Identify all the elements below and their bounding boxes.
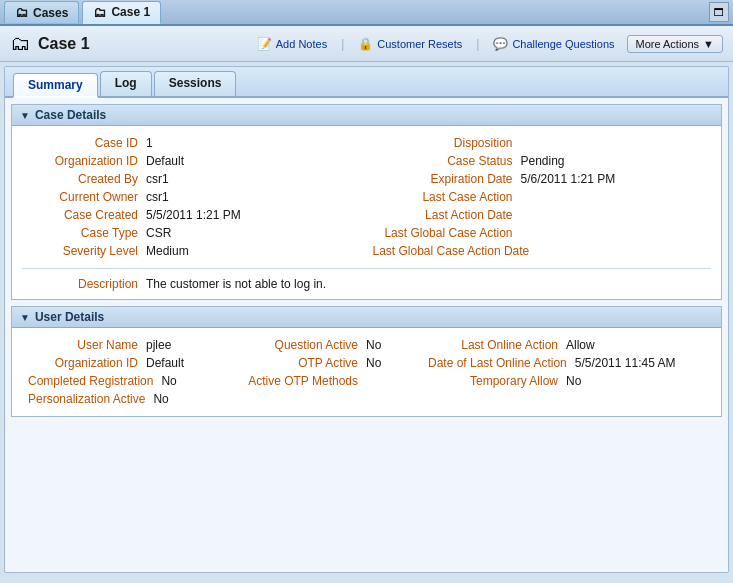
last-global-case-action-date-row: Last Global Case Action Date — [367, 242, 712, 260]
user-details-body: User Name pjlee Organization ID Default … — [12, 328, 721, 416]
more-actions-label: More Actions — [636, 38, 700, 50]
last-action-date-label: Last Action Date — [373, 208, 513, 222]
case-details-title: Case Details — [35, 108, 106, 122]
case1-tab-icon: 🗂 — [93, 5, 106, 20]
top-tab-cases[interactable]: 🗂 Cases — [4, 1, 79, 23]
customer-resets-icon: 🔒 — [358, 37, 373, 51]
completed-reg-value: No — [161, 374, 176, 388]
case-created-label: Case Created — [28, 208, 138, 222]
corner-icon: 🗖 — [714, 7, 724, 18]
add-notes-icon: 📝 — [257, 37, 272, 51]
user-details-grid: User Name pjlee Organization ID Default … — [22, 334, 711, 410]
severity-label: Severity Level — [28, 244, 138, 258]
current-owner-value: csr1 — [146, 190, 169, 204]
tab-log[interactable]: Log — [100, 71, 152, 96]
active-otp-methods-label: Active OTP Methods — [248, 374, 358, 388]
user-details-toggle[interactable]: ▼ — [20, 312, 30, 323]
user-org-id-value: Default — [146, 356, 184, 370]
user-col-1: User Name pjlee Organization ID Default … — [22, 334, 242, 410]
username-label: User Name — [28, 338, 138, 352]
personalization-label: Personalization Active — [28, 392, 145, 406]
last-global-case-action-label: Last Global Case Action — [373, 226, 513, 240]
case-status-row: Case Status Pending — [367, 152, 712, 170]
case-details-left: Case ID 1 Organization ID Default Create… — [22, 132, 367, 262]
last-case-action-label: Last Case Action — [373, 190, 513, 204]
last-case-action-row: Last Case Action — [367, 188, 712, 206]
completed-reg-label: Completed Registration — [28, 374, 153, 388]
username-row: User Name pjlee — [22, 336, 242, 354]
user-col-2: Question Active No OTP Active No Active … — [242, 334, 422, 410]
description-label: Description — [28, 277, 138, 291]
user-details-header: ▼ User Details — [12, 307, 721, 328]
customer-resets-button[interactable]: 🔒 Customer Resets — [350, 34, 470, 54]
separator-2: | — [476, 37, 479, 51]
tab-sessions[interactable]: Sessions — [154, 71, 237, 96]
top-tab-case1[interactable]: 🗂 Case 1 — [82, 1, 161, 24]
customer-resets-label: Customer Resets — [377, 38, 462, 50]
expiration-date-value: 5/6/2011 1:21 PM — [521, 172, 616, 186]
date-last-online-value: 5/5/2011 11:45 AM — [575, 356, 676, 370]
page-title: Case 1 — [38, 35, 249, 53]
case-details-grid: Case ID 1 Organization ID Default Create… — [22, 132, 711, 262]
username-value: pjlee — [146, 338, 171, 352]
disposition-label: Disposition — [373, 136, 513, 150]
challenge-questions-icon: 💬 — [493, 37, 508, 51]
case-header-icon: 🗂 — [10, 32, 30, 55]
last-action-date-row: Last Action Date — [367, 206, 712, 224]
case-type-value: CSR — [146, 226, 171, 240]
created-by-label: Created By — [28, 172, 138, 186]
case-status-label: Case Status — [373, 154, 513, 168]
add-notes-button[interactable]: 📝 Add Notes — [249, 34, 335, 54]
created-by-value: csr1 — [146, 172, 169, 186]
case-created-value: 5/5/2011 1:21 PM — [146, 208, 241, 222]
active-otp-methods-row: Active OTP Methods — [242, 372, 422, 390]
challenge-questions-label: Challenge Questions — [512, 38, 614, 50]
completed-reg-row: Completed Registration No — [22, 372, 242, 390]
case-id-label: Case ID — [28, 136, 138, 150]
more-actions-button[interactable]: More Actions ▼ — [627, 35, 723, 53]
case-details-body: Case ID 1 Organization ID Default Create… — [12, 126, 721, 299]
personalization-value: No — [153, 392, 168, 406]
last-global-case-action-date-label: Last Global Case Action Date — [373, 244, 530, 258]
user-org-id-row: Organization ID Default — [22, 354, 242, 372]
org-id-row: Organization ID Default — [22, 152, 367, 170]
case-details-divider — [22, 268, 711, 269]
window-corner-btn[interactable]: 🗖 — [709, 2, 729, 22]
case-details-header: ▼ Case Details — [12, 105, 721, 126]
case-id-row: Case ID 1 — [22, 134, 367, 152]
case-details-section: ▼ Case Details Case ID 1 Organization ID… — [11, 104, 722, 300]
cases-tab-icon: 🗂 — [15, 5, 28, 20]
severity-row: Severity Level Medium — [22, 242, 367, 260]
challenge-questions-button[interactable]: 💬 Challenge Questions — [485, 34, 622, 54]
date-last-online-label: Date of Last Online Action — [428, 356, 567, 370]
last-online-action-label: Last Online Action — [428, 338, 558, 352]
description-value: The customer is not able to log in. — [146, 277, 326, 291]
temporary-allow-row: Temporary Allow No — [422, 372, 711, 390]
separator-1: | — [341, 37, 344, 51]
last-global-case-action-row: Last Global Case Action — [367, 224, 712, 242]
user-col-3: Last Online Action Allow Date of Last On… — [422, 334, 711, 410]
last-online-action-value: Allow — [566, 338, 595, 352]
org-id-label: Organization ID — [28, 154, 138, 168]
case-type-row: Case Type CSR — [22, 224, 367, 242]
description-row: Description The customer is not able to … — [22, 275, 711, 293]
more-actions-chevron: ▼ — [703, 38, 714, 50]
severity-value: Medium — [146, 244, 189, 258]
date-last-online-row: Date of Last Online Action 5/5/2011 11:4… — [422, 354, 711, 372]
user-org-id-label: Organization ID — [28, 356, 138, 370]
question-active-row: Question Active No — [242, 336, 422, 354]
last-online-action-row: Last Online Action Allow — [422, 336, 711, 354]
current-owner-label: Current Owner — [28, 190, 138, 204]
header-actions: 📝 Add Notes | 🔒 Customer Resets | 💬 Chal… — [249, 34, 723, 54]
org-id-value: Default — [146, 154, 184, 168]
case-id-value: 1 — [146, 136, 153, 150]
main-content: Summary Log Sessions ▼ Case Details Case… — [4, 66, 729, 573]
tab-row: Summary Log Sessions — [5, 67, 728, 98]
case-details-toggle[interactable]: ▼ — [20, 110, 30, 121]
question-active-value: No — [366, 338, 381, 352]
temporary-allow-label: Temporary Allow — [428, 374, 558, 388]
tab-summary[interactable]: Summary — [13, 73, 98, 98]
otp-active-value: No — [366, 356, 381, 370]
case1-tab-label: Case 1 — [111, 5, 150, 19]
question-active-label: Question Active — [248, 338, 358, 352]
